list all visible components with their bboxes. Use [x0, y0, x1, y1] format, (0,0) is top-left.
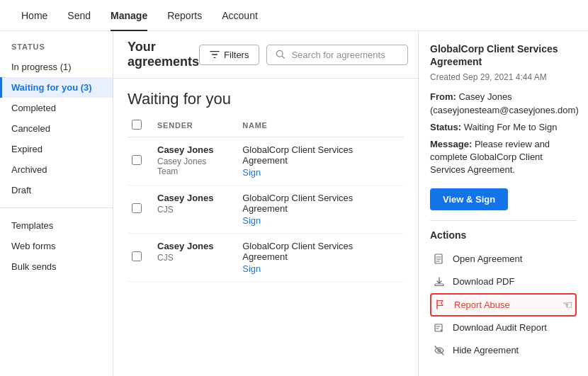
sender-name: Casey Jones [157, 144, 228, 155]
content-header: Your agreements Filters Search for agree… [113, 31, 418, 79]
nav-item-send[interactable]: Send [57, 0, 101, 31]
actions-title: Actions [430, 220, 577, 241]
search-icon [276, 50, 285, 59]
hide-icon [433, 344, 446, 357]
search-bar[interactable]: Search for agreements [266, 45, 408, 65]
center-content: Your agreements Filters Search for agree… [113, 31, 418, 376]
sender-team: CJS [157, 205, 228, 215]
row-checkbox-cell[interactable] [128, 137, 150, 186]
action-open-agreement[interactable]: Open Agreement [430, 248, 577, 270]
sidebar-item-canceled[interactable]: Canceled [0, 118, 113, 139]
sender-team: CJS [157, 253, 228, 263]
sender-name: Casey Jones [157, 241, 228, 251]
name-column-header: NAME [235, 114, 404, 137]
sidebar-item-waiting[interactable]: Waiting for you (3) [0, 77, 113, 98]
sidebar-item-draft[interactable]: Draft [0, 180, 113, 200]
sidebar-divider [0, 207, 113, 208]
sender-name: Casey Jones [157, 193, 228, 203]
table-row[interactable]: Casey Jones Casey Jones Team GlobalCorp … [128, 137, 404, 186]
row-checkbox-2[interactable] [132, 251, 142, 261]
agreement-name: GlobalCorp Client Services Agreement [242, 241, 397, 262]
search-placeholder: Search for agreements [291, 50, 385, 60]
nav-item-manage[interactable]: Manage [101, 0, 157, 31]
action-download-label: Download PDF [453, 276, 514, 287]
agreement-sign-link[interactable]: Sign [242, 215, 397, 226]
select-all-checkbox[interactable] [132, 120, 142, 130]
document-icon [433, 253, 446, 266]
sender-cell: Casey Jones Casey Jones Team [150, 137, 235, 186]
sender-team: Casey Jones Team [157, 156, 228, 176]
action-download-audit[interactable]: Download Audit Report [430, 317, 577, 339]
sidebar-item-archived[interactable]: Archived [0, 159, 113, 180]
panel-status-label: Status: [430, 122, 461, 132]
table-row[interactable]: Casey Jones CJS GlobalCorp Client Servic… [128, 234, 404, 282]
sidebar-item-templates[interactable]: Templates [0, 215, 113, 236]
audit-icon [433, 321, 446, 334]
section-title: Waiting for you [128, 79, 404, 114]
action-open-label: Open Agreement [453, 253, 522, 264]
filter-icon [210, 50, 220, 59]
panel-from: From: Casey Jones (caseyjonesteam@caseyj… [430, 91, 577, 116]
panel-created: Created Sep 29, 2021 4:44 AM [430, 72, 577, 82]
action-audit-label: Download Audit Report [453, 322, 547, 333]
status-section-label: STATUS [0, 42, 113, 57]
view-sign-button[interactable]: View & Sign [430, 188, 508, 210]
action-hide-agreement[interactable]: Hide Agreement [430, 339, 577, 362]
sidebar-item-expired[interactable]: Expired [0, 139, 113, 159]
panel-message-label: Message: [430, 139, 472, 149]
panel-from-label: From: [430, 91, 456, 102]
download-icon [433, 275, 446, 288]
right-panel: GlobalCorp Client Services Agreement Cre… [418, 31, 588, 376]
agreement-name: GlobalCorp Client Services Agreement [242, 193, 397, 214]
row-checkbox-cell[interactable] [128, 234, 150, 282]
panel-status-value: Waiting For Me to Sign [464, 122, 558, 132]
page-title: Your agreements [128, 40, 199, 69]
sidebar-item-bulk-sends[interactable]: Bulk sends [0, 256, 113, 277]
panel-message: Message: Please review and complete Glob… [430, 138, 577, 177]
panel-status: Status: Waiting For Me to Sign [430, 121, 577, 134]
action-report-label: Report Abuse [454, 300, 510, 310]
nav-item-reports[interactable]: Reports [157, 0, 212, 31]
sidebar-item-in-progress[interactable]: In progress (1) [0, 57, 113, 77]
top-nav: Home Send Manage Reports Account [0, 0, 588, 31]
sender-cell: Casey Jones CJS [150, 186, 235, 234]
table-row[interactable]: Casey Jones CJS GlobalCorp Client Servic… [128, 186, 404, 234]
table-area: Waiting for you SENDER NAME Case [113, 79, 418, 376]
name-cell: GlobalCorp Client Services Agreement Sig… [235, 234, 404, 282]
action-report-abuse[interactable]: Report Abuse ☜ [430, 293, 577, 317]
name-cell: GlobalCorp Client Services Agreement Sig… [235, 137, 404, 186]
agreements-table: SENDER NAME Casey Jones Casey Jones Team… [128, 114, 404, 282]
header-actions: Filters Search for agreements [199, 45, 408, 65]
sidebar-item-completed[interactable]: Completed [0, 98, 113, 118]
flag-icon [434, 298, 447, 311]
name-cell: GlobalCorp Client Services Agreement Sig… [235, 186, 404, 234]
panel-agreement-title: GlobalCorp Client Services Agreement [430, 42, 577, 68]
action-hide-label: Hide Agreement [453, 345, 519, 355]
select-all-header[interactable] [128, 114, 150, 137]
nav-item-account[interactable]: Account [212, 0, 268, 31]
panel-from-email: (caseyjonesteam@caseyjones.dom) [430, 105, 579, 115]
panel-from-name: Casey Jones [458, 91, 511, 102]
agreement-name: GlobalCorp Client Services Agreement [242, 144, 397, 166]
row-checkbox-1[interactable] [132, 203, 142, 213]
filter-button[interactable]: Filters [199, 45, 259, 65]
nav-item-home[interactable]: Home [11, 0, 57, 31]
row-checkbox-cell[interactable] [128, 186, 150, 234]
agreement-sign-link[interactable]: Sign [242, 263, 397, 274]
sender-column-header: SENDER [150, 114, 235, 137]
row-checkbox-0[interactable] [132, 155, 142, 165]
sender-cell: Casey Jones CJS [150, 234, 235, 282]
svg-rect-2 [435, 284, 443, 286]
agreement-sign-link[interactable]: Sign [242, 167, 397, 178]
sidebar: STATUS In progress (1) Waiting for you (… [0, 31, 113, 376]
sidebar-item-web-forms[interactable]: Web forms [0, 236, 113, 256]
main-wrapper: STATUS In progress (1) Waiting for you (… [0, 31, 588, 376]
action-download-pdf[interactable]: Download PDF [430, 270, 577, 293]
cursor-indicator: ☜ [562, 298, 572, 312]
